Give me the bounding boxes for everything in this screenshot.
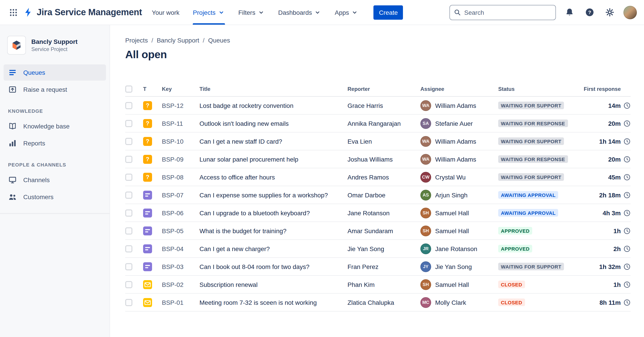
issue-title-link[interactable]: Can I get a new staff ID card? xyxy=(200,138,282,145)
clock-icon xyxy=(624,156,630,163)
table-row[interactable]: ? BSP-07 Can I expense some supplies for… xyxy=(125,186,630,204)
project-type: Service Project xyxy=(31,46,78,52)
issue-key[interactable]: BSP-01 xyxy=(162,299,200,306)
issue-key[interactable]: BSP-10 xyxy=(162,138,200,145)
issue-title-link[interactable]: What is the budget for training? xyxy=(200,227,286,234)
search-icon xyxy=(454,9,461,16)
status-badge: CLOSED xyxy=(498,298,525,306)
sidebar-divider xyxy=(0,213,110,214)
issue-title-link[interactable]: Can I get a new charger? xyxy=(200,245,270,252)
reporter-name: Annika Rangarajan xyxy=(348,120,420,127)
assignee-name: Arjun Singh xyxy=(435,191,468,198)
row-checkbox[interactable] xyxy=(125,120,132,127)
select-all-checkbox[interactable] xyxy=(125,85,132,92)
first-response-time: 2h 18m xyxy=(599,191,621,198)
type-icon: ? xyxy=(143,137,152,146)
assignee-avatar: SH xyxy=(420,225,431,236)
row-checkbox[interactable] xyxy=(125,138,132,145)
breadcrumb-queues[interactable]: Queues xyxy=(208,37,230,44)
assignee-name: William Adams xyxy=(435,156,476,163)
sidebar-item-knowledge-base[interactable]: Knowledge base xyxy=(4,118,106,134)
row-checkbox[interactable] xyxy=(125,281,132,288)
column-header-first-response: First response xyxy=(577,86,630,92)
profile-avatar[interactable] xyxy=(624,6,637,19)
column-header-type: T xyxy=(143,86,162,92)
row-checkbox[interactable] xyxy=(125,263,132,270)
create-button[interactable]: Create xyxy=(374,5,403,20)
nav-filters[interactable]: Filters xyxy=(238,0,265,25)
issue-key[interactable]: BSP-02 xyxy=(162,281,200,288)
nav-apps[interactable]: Apps xyxy=(335,0,358,25)
issue-title-link[interactable]: Can I expense some supplies for a worksh… xyxy=(200,191,328,198)
issue-title-link[interactable]: Access to office after hours xyxy=(200,173,275,181)
issue-title-link[interactable]: Meeting room 7-32 is sceen is not workin… xyxy=(200,299,317,306)
sidebar-item-raise-request[interactable]: Raise a request xyxy=(4,82,106,98)
nav-your-work[interactable]: Your work xyxy=(152,0,180,25)
table-row[interactable]: ? BSP-10 Can I get a new staff ID card? … xyxy=(125,132,630,150)
row-checkbox[interactable] xyxy=(125,156,132,163)
issue-key[interactable]: BSP-11 xyxy=(162,120,200,127)
issue-title-link[interactable]: Lunar solar panel procurement help xyxy=(200,156,298,163)
notifications-button[interactable] xyxy=(563,6,576,19)
issue-key[interactable]: BSP-12 xyxy=(162,102,200,109)
row-checkbox[interactable] xyxy=(125,245,132,252)
help-button[interactable]: ? xyxy=(583,6,596,19)
breadcrumb-project[interactable]: Bancly Support xyxy=(157,37,199,44)
table-row[interactable]: ? BSP-12 Lost badge at rocketry conventi… xyxy=(125,97,630,115)
table-row[interactable]: ? BSP-06 Can I upgrade to a bluetooth ke… xyxy=(125,204,630,222)
issue-title-link[interactable]: Lost badge at rocketry convention xyxy=(200,102,294,109)
row-checkbox[interactable] xyxy=(125,209,132,216)
request-icon xyxy=(143,226,152,235)
issue-title-link[interactable]: Outlook isn't loading new emails xyxy=(200,120,289,127)
sidebar-item-queues[interactable]: Queues xyxy=(4,65,106,81)
nav-projects[interactable]: Projects xyxy=(193,0,225,25)
sidebar-item-channels[interactable]: Channels xyxy=(4,172,106,188)
row-checkbox[interactable] xyxy=(125,102,132,109)
assignee-avatar: JY xyxy=(420,261,431,272)
row-checkbox[interactable] xyxy=(125,191,132,198)
request-icon xyxy=(143,262,152,271)
search-box xyxy=(450,5,556,20)
issue-title-link[interactable]: Can I book out 8-04 room for two days? xyxy=(200,263,310,270)
table-row[interactable]: ? BSP-03 Can I book out 8-04 room for tw… xyxy=(125,258,630,276)
type-icon: ? xyxy=(143,298,152,307)
table-row[interactable]: ? BSP-05 What is the budget for training… xyxy=(125,222,630,240)
row-checkbox[interactable] xyxy=(125,227,132,234)
issue-key[interactable]: BSP-07 xyxy=(162,191,200,198)
row-checkbox[interactable] xyxy=(125,173,132,181)
first-response-time: 20m xyxy=(608,156,621,163)
issue-key[interactable]: BSP-08 xyxy=(162,173,200,181)
table-row[interactable]: ? BSP-09 Lunar solar panel procurement h… xyxy=(125,150,630,168)
issue-key[interactable]: BSP-03 xyxy=(162,263,200,270)
issue-key[interactable]: BSP-05 xyxy=(162,227,200,234)
issue-key[interactable]: BSP-06 xyxy=(162,209,200,216)
app-logo[interactable]: Jira Service Management xyxy=(23,7,142,18)
reporter-name: Phan Kim xyxy=(348,281,420,288)
table-row[interactable]: ? BSP-01 Meeting room 7-32 is sceen is n… xyxy=(125,293,630,311)
sidebar-item-reports[interactable]: Reports xyxy=(4,135,106,151)
chevron-down-icon xyxy=(351,9,358,16)
assignee-avatar: WA xyxy=(420,154,431,164)
reporter-name: Jie Yan Song xyxy=(348,245,420,252)
search-input[interactable] xyxy=(450,5,556,20)
settings-button[interactable] xyxy=(603,6,616,19)
issue-title-link[interactable]: Subscription renewal xyxy=(200,281,258,288)
question-icon: ? xyxy=(146,138,149,145)
breadcrumb-projects[interactable]: Projects xyxy=(125,37,148,44)
reporter-name: Eva Lien xyxy=(348,138,420,145)
table-row[interactable]: ? BSP-08 Access to office after hours An… xyxy=(125,168,630,186)
app-switcher-button[interactable] xyxy=(7,6,20,19)
sidebar-item-customers[interactable]: Customers xyxy=(4,189,106,205)
issue-key[interactable]: BSP-04 xyxy=(162,245,200,252)
assignee-name: Stefanie Auer xyxy=(435,120,473,127)
table-row[interactable]: ? BSP-11 Outlook isn't loading new email… xyxy=(125,115,630,132)
people-icon xyxy=(8,192,17,201)
row-checkbox[interactable] xyxy=(125,299,132,306)
issue-key[interactable]: BSP-09 xyxy=(162,156,200,163)
nav-dashboards[interactable]: Dashboards xyxy=(278,0,321,25)
table-row[interactable]: ? BSP-04 Can I get a new charger? Jie Ya… xyxy=(125,240,630,258)
assignee-avatar: AS xyxy=(420,190,431,200)
issue-title-link[interactable]: Can I upgrade to a bluetooth keyboard? xyxy=(200,209,310,216)
type-icon: ? xyxy=(143,244,152,253)
table-row[interactable]: ? BSP-02 Subscription renewal Phan Kim S… xyxy=(125,276,630,293)
